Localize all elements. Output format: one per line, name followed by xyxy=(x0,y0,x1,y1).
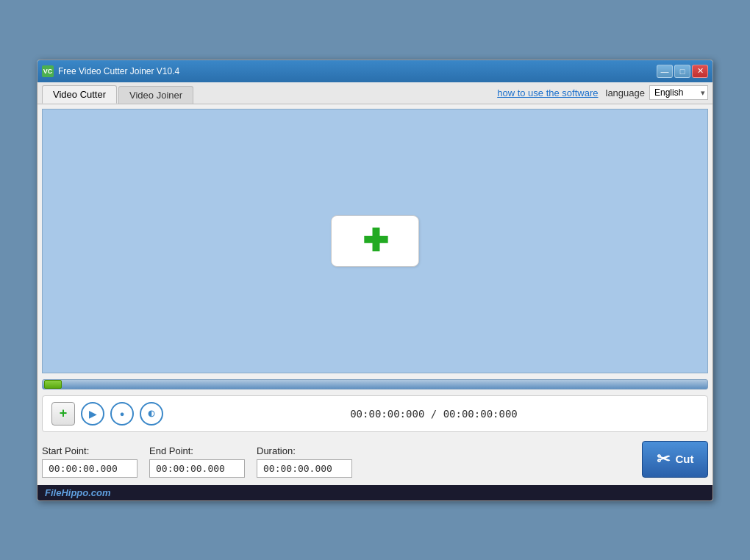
main-window: VC Free Video Cutter Joiner V10.4 — □ ✕ … xyxy=(37,60,713,501)
watermark-bar: FileHippo.com xyxy=(38,485,712,500)
start-point-label: Start Point: xyxy=(42,445,138,456)
seek-thumb[interactable] xyxy=(44,380,62,389)
controls-bar: + ▶ ● ◐ 00:00:00:000 / 00:00:00:000 xyxy=(42,395,708,432)
start-point-input[interactable] xyxy=(42,459,138,478)
end-point-input[interactable] xyxy=(149,459,245,478)
seek-bar[interactable] xyxy=(42,379,708,390)
menu-right: how to use the software language English… xyxy=(497,85,708,104)
mark-start-button[interactable]: ● xyxy=(110,402,134,426)
main-content: ✚ + ▶ ● ◐ 00:00:00:000 / 00:00:00:0 xyxy=(38,104,712,485)
title-bar-controls: — □ ✕ xyxy=(657,65,708,78)
title-bar: VC Free Video Cutter Joiner V10.4 — □ ✕ xyxy=(38,60,712,82)
language-select[interactable]: English Chinese Spanish French German xyxy=(649,85,708,100)
tab-video-joiner[interactable]: Video Joiner xyxy=(118,86,193,104)
title-bar-left: VC Free Video Cutter Joiner V10.4 xyxy=(42,65,179,77)
close-button[interactable]: ✕ xyxy=(692,65,708,78)
mark-end-icon: ◐ xyxy=(148,409,155,418)
duration-input[interactable] xyxy=(257,459,352,478)
watermark-text: FileHippo.com xyxy=(45,487,111,498)
end-point-label: End Point: xyxy=(149,445,245,456)
end-point-group: End Point: xyxy=(149,445,245,478)
time-separator: / xyxy=(424,408,443,420)
add-file-button[interactable]: + xyxy=(51,402,75,426)
menu-area: Video Cutter Video Joiner how to use the… xyxy=(38,82,712,104)
mark-start-icon: ● xyxy=(120,409,125,418)
add-video-button[interactable]: ✚ xyxy=(331,215,419,267)
bottom-row: Start Point: End Point: Duration: ✂ Cut xyxy=(42,438,708,481)
cut-button[interactable]: ✂ Cut xyxy=(642,441,708,478)
time-display: 00:00:00:000 / 00:00:00:000 xyxy=(169,408,699,420)
language-area: language English Chinese Spanish French … xyxy=(606,85,709,100)
current-time: 00:00:00:000 xyxy=(350,408,424,420)
scissors-icon: ✂ xyxy=(657,450,670,469)
mark-end-button[interactable]: ◐ xyxy=(140,402,163,426)
seek-bar-container xyxy=(42,378,708,391)
duration-label: Duration: xyxy=(257,445,352,456)
video-preview-area: ✚ xyxy=(42,109,708,373)
app-icon: VC xyxy=(42,65,54,77)
duration-group: Duration: xyxy=(257,445,352,478)
total-time: 00:00:00:000 xyxy=(443,408,518,420)
language-select-wrapper: English Chinese Spanish French German xyxy=(649,85,708,100)
add-video-icon: ✚ xyxy=(362,226,388,256)
language-label: language xyxy=(606,87,646,98)
tab-video-cutter[interactable]: Video Cutter xyxy=(42,85,117,104)
start-point-group: Start Point: xyxy=(42,445,138,478)
maximize-button[interactable]: □ xyxy=(674,65,690,78)
tab-list: Video Cutter Video Joiner xyxy=(42,85,193,104)
play-icon: ▶ xyxy=(89,408,97,420)
minimize-button[interactable]: — xyxy=(657,65,673,78)
add-file-icon: + xyxy=(60,406,68,421)
play-button[interactable]: ▶ xyxy=(81,402,104,426)
window-title: Free Video Cutter Joiner V10.4 xyxy=(58,66,179,76)
howto-link[interactable]: how to use the software xyxy=(497,87,598,98)
cut-button-label: Cut xyxy=(676,453,694,465)
